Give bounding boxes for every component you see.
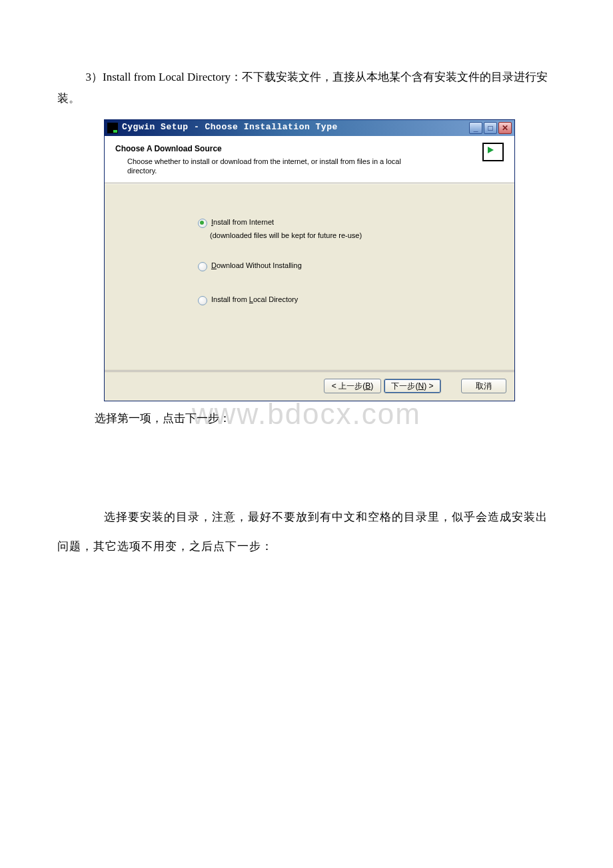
intro-text: 3）Install from Local Directory：不下载安装文件，直… <box>57 71 548 105</box>
option-subtext: (downloaded files will be kept for futur… <box>210 229 514 243</box>
back-button[interactable]: < 上一步(B) <box>324 379 381 393</box>
option-install-from-local-directory[interactable]: Install from Local Directory <box>198 295 514 305</box>
installer-dialog: Cygwin Setup - Choose Installation Type … <box>104 119 515 401</box>
next-button[interactable]: 下一步(N) > <box>384 379 441 393</box>
cygwin-icon <box>107 123 118 133</box>
option-download-without-installing[interactable]: Download Without Installing <box>198 261 514 271</box>
dialog-header: Choose A Download Source Choose whether … <box>105 136 514 183</box>
dialog-footer: < 上一步(B) 下一步(N) > 取消 <box>105 371 514 401</box>
header-title: Choose A Download Source <box>115 141 476 157</box>
cygwin-logo-icon <box>482 141 505 161</box>
window-title: Cygwin Setup - Choose Installation Type <box>122 119 338 136</box>
minimize-button[interactable]: _ <box>469 122 482 134</box>
close-button[interactable]: ✕ <box>498 122 512 134</box>
close-icon: ✕ <box>502 124 508 132</box>
option-install-from-internet[interactable]: Install from Internet <box>198 218 514 228</box>
maximize-icon: □ <box>488 124 492 132</box>
instruction-paragraph: 选择要安装的目录，注意，最好不要放到有中文和空格的目录里，似乎会造成安装出问题，… <box>57 503 556 561</box>
option-label: Install from Local Directory <box>211 295 298 305</box>
radio-icon[interactable] <box>198 262 207 271</box>
titlebar[interactable]: Cygwin Setup - Choose Installation Type … <box>105 120 514 136</box>
caption-below-dialog: 选择第一项，点击下一步： <box>95 408 556 429</box>
header-desc: Choose whether to install or download fr… <box>127 157 420 176</box>
minimize-icon: _ <box>474 124 478 132</box>
cancel-button[interactable]: 取消 <box>461 379 506 393</box>
maximize-button[interactable]: □ <box>484 122 497 134</box>
option-label: Download Without Installing <box>211 261 302 271</box>
intro-paragraph: 3）Install from Local Directory：不下载安装文件，直… <box>57 67 556 110</box>
radio-icon[interactable] <box>198 296 207 305</box>
dialog-body: Install from Internet (downloaded files … <box>105 183 514 371</box>
option-label: Install from Internet <box>211 218 274 227</box>
radio-selected-icon[interactable] <box>198 219 207 228</box>
